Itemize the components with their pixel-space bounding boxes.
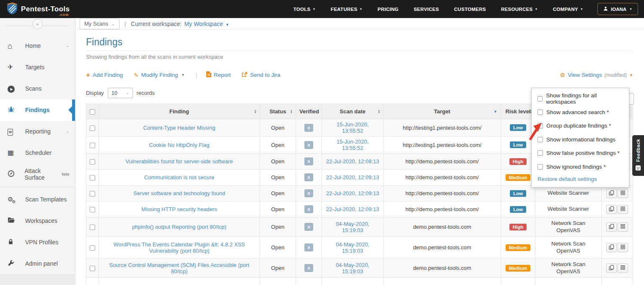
dropdown-item-show-false-positive-findings[interactable]: Show false positive findings * (538, 146, 623, 160)
row-checkbox[interactable] (90, 207, 95, 212)
feedback-tab[interactable]: Feedback (632, 135, 644, 176)
checkbox[interactable] (538, 110, 543, 115)
checkbox[interactable] (538, 137, 543, 142)
finding-link[interactable]: Content-Type Header Missing (143, 125, 216, 131)
verified-toggle-badge[interactable]: x (304, 173, 313, 181)
scan-date-link[interactable]: 04-May-2020, 15:19:03 (336, 262, 369, 275)
scan-date-link[interactable]: 22-Jul-2020, 12:09:13 (326, 174, 379, 180)
row-checkbox[interactable] (90, 191, 95, 196)
finding-link[interactable]: Cookie No HttpOnly Flag (149, 142, 210, 148)
finding-details-button[interactable] (618, 264, 628, 273)
copy-finding-button[interactable] (606, 264, 617, 273)
column-header-target[interactable]: Target ▼ (384, 104, 501, 119)
copy-finding-button[interactable] (606, 243, 617, 252)
column-header-status[interactable]: Status ▲▼ (260, 104, 296, 119)
dropdown-item-group-duplicate-findings[interactable]: Group duplicate findings * (538, 119, 623, 133)
verified-toggle-badge[interactable]: x (304, 243, 313, 251)
brand-logo[interactable]: Pentest-Tools .com (7, 2, 70, 16)
my-scans-select[interactable]: My Scans ⌄ (80, 18, 119, 29)
finding-details-button[interactable] (618, 205, 628, 214)
finding-link[interactable]: Communication is not secure (144, 174, 215, 180)
verified-toggle-badge[interactable]: x (304, 205, 313, 213)
verified-toggle-badge[interactable]: x (304, 264, 313, 272)
row-checkbox[interactable] (90, 159, 95, 165)
dropdown-item-show-ignored-findings[interactable]: Show ignored findings * (538, 160, 623, 173)
scan-date-link[interactable]: 15-Jun-2020, 13:55:52 (337, 139, 369, 151)
nav-item-resources[interactable]: RESOURCES▼ (501, 7, 538, 12)
dropdown-item-show-findings-for-all-workspaces[interactable]: Show findings for all workspaces (538, 92, 623, 105)
finding-link[interactable]: phpinfo() output Reporting (port 80/tcp) (132, 224, 226, 230)
verified-toggle-badge[interactable]: x (304, 223, 313, 231)
column-header-finding[interactable]: Finding ▲▼ (99, 104, 260, 119)
add-finding-button[interactable]: + Add Finding (86, 71, 123, 78)
scan-date-link[interactable]: 22-Jul-2020, 12:09:13 (326, 190, 379, 196)
send-to-jira-button[interactable]: Send to Jira (242, 72, 280, 78)
finding-details-button[interactable] (618, 222, 628, 232)
column-header-risk-level[interactable]: Risk level ▲▼ (501, 104, 535, 119)
nav-item-features[interactable]: FEATURES▼ (331, 7, 363, 12)
nav-item-services[interactable]: SERVICES (414, 7, 439, 12)
dropdown-item-show-advanced-search[interactable]: Show advanced search * (538, 105, 623, 119)
finding-details-button[interactable] (618, 243, 628, 252)
row-checkbox[interactable] (90, 225, 95, 230)
finding-link[interactable]: WordPress The Events Calendar Plugin &lt… (114, 241, 245, 254)
nav-item-tools[interactable]: TOOLS▼ (293, 7, 316, 12)
checkbox[interactable] (538, 123, 543, 128)
row-checkbox[interactable] (90, 245, 95, 251)
select-all-checkbox[interactable] (90, 109, 95, 115)
copy-finding-button[interactable] (606, 205, 617, 214)
sidebar-item-admin-panel[interactable]: Admin panel (0, 253, 75, 275)
nav-item-pricing[interactable]: PRICING (378, 7, 399, 12)
sort-icon[interactable]: ▲▼ (254, 110, 257, 114)
scan-date-link[interactable]: 22-Jul-2020, 12:09:13 (326, 206, 379, 212)
view-settings-button[interactable]: ⚙ View Settings (modified) ▼ (560, 72, 633, 78)
finding-link[interactable]: Source Control Management (SCM) Files Ac… (109, 262, 249, 275)
finding-details-button[interactable] (618, 189, 628, 198)
column-header-verified[interactable]: Verified (296, 104, 322, 119)
copy-finding-button[interactable] (606, 189, 617, 198)
column-header-scan-date[interactable]: Scan date ▲▼ (322, 104, 384, 119)
scan-date-link[interactable]: 04-May-2020, 15:19:03 (336, 221, 369, 233)
scan-date-link[interactable]: 15-Jun-2020, 13:55:52 (337, 121, 369, 134)
verified-toggle-badge[interactable]: x (304, 157, 313, 165)
nav-item-company[interactable]: COMPANY▼ (553, 7, 583, 12)
records-per-page-select[interactable]: 10 ⌄ (108, 88, 133, 98)
checkbox[interactable] (538, 96, 543, 102)
report-button[interactable]: Report (206, 71, 231, 78)
verified-toggle-badge[interactable]: x (304, 124, 313, 132)
finding-link[interactable]: Vulnerabilities found for server-side so… (125, 158, 233, 165)
sidebar-item-scan-templates[interactable]: ⚙⚙Scan Templates (0, 189, 75, 210)
scan-date-link[interactable]: 04-May-2020, 15:19:03 (336, 241, 369, 254)
sidebar-item-workspaces[interactable]: Workspaces (0, 210, 75, 232)
finding-link[interactable]: Server software and technology found (133, 190, 225, 196)
dropdown-item-show-informational-findings[interactable]: Show informational findings (538, 133, 623, 146)
sidebar-item-attack-surface[interactable]: Attack Surfacebeta (0, 164, 75, 185)
user-menu-button[interactable]: IOANA ▼ (597, 3, 638, 15)
modify-finding-button[interactable]: ✎ Modify Finding ▼ (134, 72, 184, 78)
restore-default-settings-link[interactable]: Restore default settings (538, 173, 623, 184)
finding-link[interactable]: Missing HTTP security headers (141, 206, 217, 212)
sort-icon[interactable]: ▲▼ (290, 110, 293, 114)
sort-icon[interactable]: ▲▼ (378, 110, 380, 114)
nav-item-customers[interactable]: CUSTOMERS (454, 7, 486, 12)
copy-finding-button[interactable] (606, 222, 617, 232)
sidebar-item-vpn-profiles[interactable]: VPN Profiles (0, 232, 75, 253)
scan-date-link[interactable]: 22-Jul-2020, 12:09:13 (326, 158, 379, 165)
sidebar-collapse-button[interactable]: « (32, 19, 43, 29)
row-checkbox[interactable] (90, 143, 95, 148)
checkbox[interactable] (538, 164, 543, 170)
sidebar-item-targets[interactable]: ✈Targets (0, 57, 75, 78)
checkbox[interactable] (538, 150, 543, 156)
sidebar-item-scans[interactable]: ▶Scans (0, 78, 75, 99)
row-checkbox[interactable] (90, 266, 95, 271)
sidebar-item-findings[interactable]: Findings (0, 99, 75, 121)
sidebar-item-home[interactable]: ⌂Home⌄ (0, 35, 75, 57)
verified-toggle-badge[interactable]: x (304, 189, 313, 197)
verified-toggle-badge[interactable]: x (304, 141, 313, 149)
row-checkbox[interactable] (90, 126, 95, 131)
sidebar-item-reporting[interactable]: WReporting⌄ (0, 121, 75, 142)
workspace-selector[interactable]: My Workspace ▼ (184, 21, 229, 27)
row-checkbox[interactable] (90, 175, 95, 180)
beta-badge: beta (62, 172, 69, 176)
sidebar-item-scheduler[interactable]: ▦Scheduler (0, 142, 75, 164)
